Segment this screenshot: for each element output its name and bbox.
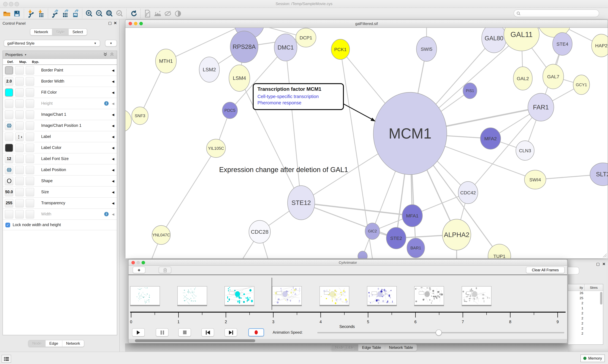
expand-row-icon[interactable]: ◀ bbox=[112, 190, 114, 194]
bypass-cell[interactable] bbox=[26, 88, 34, 97]
bypass-cell[interactable] bbox=[26, 121, 34, 130]
maximize-window-icon[interactable] bbox=[141, 261, 145, 264]
network-node-leftpartial[interactable] bbox=[125, 110, 131, 131]
default-value-cell[interactable] bbox=[5, 166, 13, 174]
network-node-SNF3[interactable]: SNF3 bbox=[132, 107, 148, 125]
mapping-cell[interactable] bbox=[15, 99, 24, 108]
mapping-cell[interactable] bbox=[15, 199, 24, 207]
stop-button[interactable] bbox=[178, 328, 191, 337]
default-value-cell[interactable] bbox=[5, 210, 13, 218]
bypass-cell[interactable] bbox=[26, 199, 34, 207]
bypass-cell[interactable] bbox=[26, 132, 34, 141]
frame-thumbnail-2[interactable] bbox=[177, 286, 207, 305]
mapping-cell[interactable] bbox=[15, 188, 24, 196]
default-value-cell[interactable] bbox=[5, 110, 13, 119]
pause-button[interactable] bbox=[156, 328, 168, 337]
default-value-cell[interactable]: 12 bbox=[5, 155, 13, 163]
close-window-icon[interactable] bbox=[131, 261, 135, 264]
mapping-cell[interactable] bbox=[15, 210, 24, 218]
annotation-box[interactable]: Transcription factor MCM1 Cell-type-spec… bbox=[253, 83, 344, 110]
zoom-fit-icon[interactable] bbox=[105, 9, 115, 18]
default-value-cell[interactable]: 50.0 bbox=[5, 188, 13, 196]
tab-edge-table[interactable]: Edge Table bbox=[358, 344, 385, 351]
default-value-cell[interactable] bbox=[5, 88, 13, 97]
close-window-icon[interactable] bbox=[129, 22, 132, 25]
network-node-SLT2[interactable]: SLT2 bbox=[590, 163, 608, 186]
network-node-LSM2[interactable]: LSM2 bbox=[199, 57, 220, 82]
bypass-cell[interactable] bbox=[26, 66, 34, 75]
network-node-STE4[interactable]: STE4 bbox=[553, 33, 572, 55]
frame-thumbnail-5[interactable] bbox=[319, 286, 349, 305]
property-row-border-paint[interactable]: Border Paint◀ bbox=[3, 65, 117, 76]
column-centrality[interactable]: ity bbox=[568, 284, 585, 291]
default-value-cell[interactable]: 255 bbox=[5, 199, 13, 207]
network-node-GAL11[interactable]: GAL11 bbox=[504, 28, 539, 51]
slider-thumb[interactable] bbox=[436, 329, 442, 336]
property-row-border-width[interactable]: 2.0Border Width◀ bbox=[3, 76, 117, 87]
properties-header[interactable]: Properties ▼ bbox=[3, 51, 117, 59]
expand-row-icon[interactable]: ◀ bbox=[112, 146, 114, 149]
minimize-window-icon[interactable] bbox=[134, 22, 138, 25]
export-image-icon[interactable] bbox=[70, 9, 81, 18]
network-node-LSM4[interactable]: LSM4 bbox=[229, 65, 250, 91]
property-row-width[interactable]: Widthi◀ bbox=[3, 209, 117, 220]
table-row[interactable]: 2 bbox=[568, 321, 603, 326]
frame-thumbnail-3[interactable] bbox=[224, 286, 254, 305]
expand-row-icon[interactable]: ◀ bbox=[112, 79, 114, 83]
expand-row-icon[interactable]: ◀ bbox=[112, 135, 114, 138]
timeline-ruler[interactable]: 0123456789Seconds bbox=[129, 311, 567, 328]
network-node-DCP1[interactable]: DCP1 bbox=[296, 28, 316, 47]
save-icon[interactable] bbox=[12, 9, 22, 18]
property-row-shape[interactable]: Shape◀ bbox=[3, 176, 117, 187]
close-panel-icon[interactable]: ✕ bbox=[602, 262, 606, 266]
network-canvas[interactable]: MTH1LSM2LSM4RPS28ADMC1DCP1PCK1SNF3PDC5YI… bbox=[125, 28, 608, 258]
network-node-YIL105C[interactable]: YIL105C bbox=[207, 139, 225, 157]
info-icon[interactable]: i bbox=[104, 101, 109, 106]
hide-details-icon[interactable] bbox=[163, 9, 173, 18]
network-node-DMC1[interactable]: DMC1 bbox=[274, 34, 297, 61]
property-row-label-font-size[interactable]: 12Label Font Size◀ bbox=[3, 153, 117, 164]
property-row-image-chart-position-1[interactable]: Image/Chart Position 1◀ bbox=[3, 120, 117, 131]
mapping-cell[interactable] bbox=[15, 166, 24, 174]
default-value-cell[interactable] bbox=[5, 132, 13, 141]
bypass-cell[interactable] bbox=[26, 210, 34, 218]
network-node-CDC28[interactable]: CDC28 bbox=[249, 221, 270, 243]
mapping-cell[interactable] bbox=[15, 66, 24, 75]
import-table-icon[interactable] bbox=[36, 9, 46, 18]
network-node-GAL80[interactable]: GAL80 bbox=[482, 28, 506, 53]
bypass-cell[interactable] bbox=[26, 177, 34, 185]
mapping-cell[interactable]: ⋮› bbox=[15, 132, 24, 141]
property-row-size[interactable]: 50.0Size◀ bbox=[3, 187, 117, 198]
maximize-window-icon[interactable] bbox=[14, 2, 19, 6]
expand-row-icon[interactable]: ◀ bbox=[112, 179, 114, 183]
network-node-MFA1[interactable]: MFA1 bbox=[402, 205, 422, 227]
table-row[interactable]: 2 bbox=[568, 316, 603, 321]
network-node-STE2[interactable]: STE2 bbox=[386, 227, 406, 249]
bypass-cell[interactable] bbox=[26, 99, 34, 108]
expand-row-icon[interactable]: ◀ bbox=[112, 124, 114, 127]
record-button[interactable] bbox=[248, 328, 264, 337]
zoom-out-icon[interactable] bbox=[94, 9, 105, 18]
network-node-mini[interactable] bbox=[358, 251, 367, 258]
expand-all-icon[interactable] bbox=[103, 52, 108, 58]
close-panel-icon[interactable]: ✕ bbox=[114, 21, 117, 25]
network-node-MCM1[interactable]: MCM1 bbox=[373, 92, 447, 175]
tab-network[interactable]: Network bbox=[30, 29, 52, 35]
table-row[interactable]: 2 bbox=[568, 331, 603, 337]
bypass-cell[interactable] bbox=[26, 110, 34, 119]
frame-thumbnail-1[interactable] bbox=[130, 286, 160, 305]
network-node-GCY1[interactable]: GCY1 bbox=[573, 75, 590, 95]
search-field[interactable] bbox=[521, 11, 592, 16]
network-node-YNL047C[interactable]: YNL047C bbox=[152, 225, 170, 245]
minimize-window-icon[interactable] bbox=[9, 2, 13, 6]
default-value-cell[interactable] bbox=[5, 177, 13, 185]
bypass-cell[interactable] bbox=[26, 188, 34, 196]
resize-grip-icon[interactable] bbox=[602, 253, 607, 258]
delete-frame-button[interactable] bbox=[159, 267, 171, 273]
property-row-fill-color[interactable]: Fill Color◀ bbox=[3, 87, 117, 98]
tab-style[interactable]: Style bbox=[52, 29, 69, 35]
table-row[interactable]: 1 bbox=[568, 306, 603, 311]
mapping-cell[interactable] bbox=[15, 155, 24, 163]
network-node-SWI5[interactable]: SWI5 bbox=[416, 37, 437, 61]
expand-row-icon[interactable]: ◀ bbox=[112, 113, 114, 116]
